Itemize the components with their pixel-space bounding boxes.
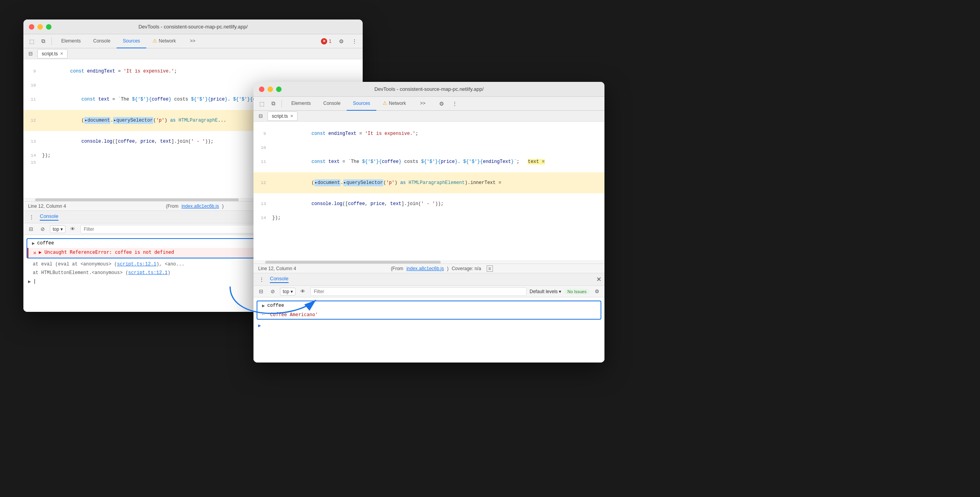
coverage-text-2: Coverage: n/a <box>452 266 481 271</box>
window-controls-2 <box>259 87 282 92</box>
more-icon-1[interactable]: ⋮ <box>349 36 360 46</box>
file-tab-close-2[interactable]: ✕ <box>290 114 293 118</box>
code-line-9-2: 9 const endingText = 'It is expensive.'; <box>253 123 604 144</box>
tab-elements-2[interactable]: Elements <box>285 97 317 111</box>
coverage-icon-2[interactable]: ≡ <box>487 265 493 272</box>
file-tab-close-1[interactable]: ✕ <box>60 51 63 56</box>
minimize-button-2[interactable] <box>268 87 273 92</box>
maximize-button-1[interactable] <box>46 24 51 30</box>
status-bar-2: Line 12, Column 4 (From index.a8c1ec6b.j… <box>253 264 604 273</box>
window-title-2: DevTools - consistent-source-map-pc.netl… <box>374 86 484 92</box>
default-levels-2[interactable]: Default levels ▾ <box>530 289 561 294</box>
console-clear-btn-1[interactable]: ⊘ <box>38 225 47 233</box>
console-coffee-text-1: coffee <box>37 241 54 246</box>
console-top-dropdown-2[interactable]: top ▾ <box>280 288 296 295</box>
console-panel-2: ⋮ Console ✕ ⊟ ⊘ top ▾ 👁 Default levels ▾… <box>253 273 604 363</box>
console-prompt-2: ▶ <box>253 321 604 330</box>
file-tab-label-1: script.ts <box>42 51 58 57</box>
more-icon-2[interactable]: ⋮ <box>450 99 460 109</box>
close-button-1[interactable] <box>29 24 34 30</box>
console-filter-2[interactable] <box>310 287 526 296</box>
titlebar-1: DevTools - consistent-source-map-pc.netl… <box>23 19 363 34</box>
console-toolbar-2: ⊟ ⊘ top ▾ 👁 Default levels ▾ No Issues ⚙ <box>253 286 604 297</box>
file-tab-label-2: script.ts <box>272 113 288 119</box>
status-link-2[interactable]: index.a8c1ec6b.js <box>406 266 444 271</box>
file-tab-script-2[interactable]: script.ts ✕ <box>268 111 298 121</box>
devtools-body-2: ⊟ script.ts ✕ 9 const endingText = 'It i… <box>253 111 604 363</box>
tab-console-1[interactable]: Console <box>87 34 117 48</box>
error-circle-1: ✕ <box>321 38 327 44</box>
window-controls-1 <box>29 24 51 30</box>
tab-bar-1: Elements Console Sources ⚠ Network >> <box>55 34 202 48</box>
console-highlight-box-2: ▶ coffee ← 'Coffee Americano' <box>257 301 601 320</box>
settings-icon-1[interactable]: ⚙ <box>336 36 346 46</box>
console-sidebar-btn-2[interactable]: ⊟ <box>257 287 265 296</box>
console-eye-btn-2[interactable]: 👁 <box>299 287 307 296</box>
code-line-14-2: 14 }); <box>253 214 604 221</box>
console-menu-icon-1[interactable]: ⋮ <box>27 212 37 222</box>
sidebar-toggle-1[interactable]: ⊟ <box>27 50 34 58</box>
result-text-2: 'Coffee Americano' <box>267 312 318 317</box>
tab-network-2[interactable]: ⚠ Network <box>376 97 412 111</box>
toolbar-1: ⬚ ⧉ Elements Console Sources ⚠ Network >… <box>23 34 363 48</box>
tab-more-2[interactable]: >> <box>414 97 432 111</box>
device-icon[interactable]: ⧉ <box>38 36 48 46</box>
error-badge-1: ✕ 1 <box>321 38 331 44</box>
settings-icon-2[interactable]: ⚙ <box>436 99 447 109</box>
code-line-9-1: 9 const endingText = 'It is expensive.'; <box>23 61 363 82</box>
warning-icon-2: ⚠ <box>383 100 387 106</box>
tab-more-1[interactable]: >> <box>184 34 202 48</box>
tab-sources-2[interactable]: Sources <box>347 97 376 111</box>
tab-sources-1[interactable]: Sources <box>117 34 146 48</box>
devtools-window-2: DevTools - consistent-source-map-pc.netl… <box>253 82 604 363</box>
console-sidebar-btn-1[interactable]: ⊟ <box>27 225 35 233</box>
console-content-2: ▶ coffee ← 'Coffee Americano' ▶ <box>253 297 604 363</box>
window-title-1: DevTools - consistent-source-map-pc.netl… <box>138 24 248 30</box>
console-entry-result-2: ← 'Coffee Americano' <box>257 310 601 319</box>
expand-arrow-1[interactable]: ▶ <box>32 241 35 246</box>
close-button-2[interactable] <box>259 87 264 92</box>
tab-network-1[interactable]: ⚠ Network <box>146 34 182 48</box>
console-coffee-text-2: coffee <box>267 303 284 308</box>
console-close-2[interactable]: ✕ <box>596 276 601 283</box>
file-tabs-2: ⊟ script.ts ✕ <box>253 111 604 122</box>
status-position-1: Line 12, Column 4 <box>28 203 66 209</box>
titlebar-2: DevTools - consistent-source-map-pc.netl… <box>253 82 604 97</box>
code-line-11-2: 11 const text = `The ${'$'}{coffee} cost… <box>253 151 604 172</box>
scrollbar-2[interactable] <box>253 260 604 264</box>
error-text-1: ▶ Uncaught ReferenceError: coffee is not… <box>39 249 174 255</box>
console-header-2: ⋮ Console ✕ <box>253 273 604 286</box>
minimize-button-1[interactable] <box>37 24 43 30</box>
sidebar-toggle-2[interactable]: ⊟ <box>257 112 264 120</box>
code-line-12-2: 12 (▸document.▸querySelector('p') as HTM… <box>253 172 604 193</box>
toolbar-2: ⬚ ⧉ Elements Console Sources ⚠ Network >… <box>253 97 604 111</box>
error-count-1: 1 <box>329 39 331 44</box>
expand-arrow-2[interactable]: ▶ <box>262 303 265 309</box>
console-settings-btn-2[interactable]: ⚙ <box>593 287 601 296</box>
console-menu-icon-2[interactable]: ⋮ <box>257 274 267 285</box>
status-position-2: Line 12, Column 4 <box>258 266 296 271</box>
tab-elements-1[interactable]: Elements <box>55 34 87 48</box>
device-icon-2[interactable]: ⧉ <box>268 99 278 109</box>
file-tabs-1: ⊟ script.ts ✕ <box>23 48 363 59</box>
console-entry-coffee-2: ▶ coffee <box>257 301 601 310</box>
inspect-icon[interactable]: ⬚ <box>27 36 37 46</box>
file-tab-script-1[interactable]: script.ts ✕ <box>37 49 67 58</box>
console-clear-btn-2[interactable]: ⊘ <box>268 287 277 296</box>
inspect-icon-2[interactable]: ⬚ <box>257 99 267 109</box>
no-issues-badge-2: No Issues <box>564 289 590 294</box>
code-line-10-2: 10 <box>253 144 604 151</box>
maximize-button-2[interactable] <box>276 87 282 92</box>
separator-1 <box>51 37 52 45</box>
warning-icon-1: ⚠ <box>152 38 157 44</box>
separator-2 <box>282 100 282 108</box>
console-top-dropdown-1[interactable]: top ▾ <box>50 225 66 233</box>
console-eye-btn-1[interactable]: 👁 <box>69 225 77 233</box>
console-title-2: Console <box>270 276 289 283</box>
tab-console-2[interactable]: Console <box>317 97 347 111</box>
console-title-1: Console <box>40 213 58 221</box>
error-icon-1: ✕ <box>33 249 36 256</box>
code-editor-2: 9 const endingText = 'It is expensive.';… <box>253 122 604 260</box>
status-link-1[interactable]: index.a8c1ec6b.js <box>181 203 219 209</box>
tab-bar-2: Elements Console Sources ⚠ Network >> <box>285 97 432 111</box>
